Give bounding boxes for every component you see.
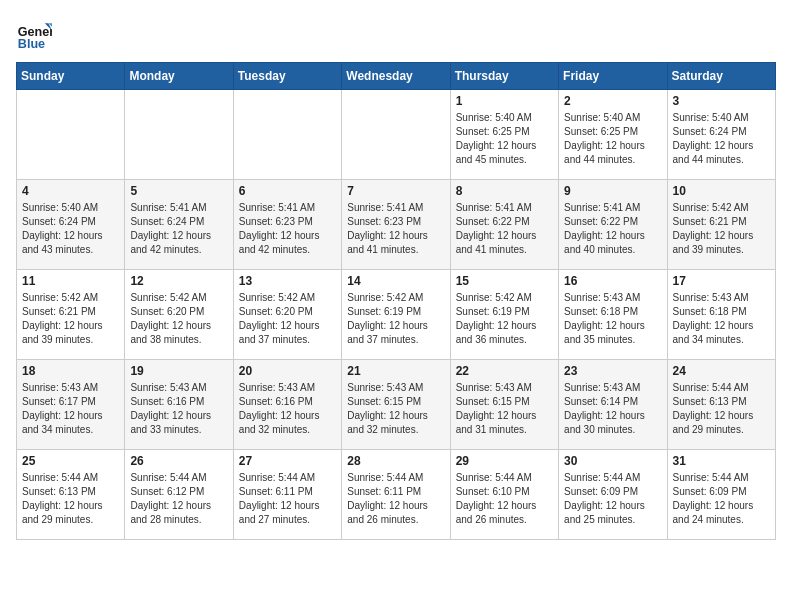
calendar-table: SundayMondayTuesdayWednesdayThursdayFrid… <box>16 62 776 540</box>
day-info: Sunrise: 5:42 AM Sunset: 6:21 PM Dayligh… <box>673 201 770 257</box>
day-number: 2 <box>564 94 661 108</box>
day-info: Sunrise: 5:43 AM Sunset: 6:15 PM Dayligh… <box>347 381 444 437</box>
day-cell: 23Sunrise: 5:43 AM Sunset: 6:14 PM Dayli… <box>559 360 667 450</box>
day-number: 30 <box>564 454 661 468</box>
week-row-2: 4Sunrise: 5:40 AM Sunset: 6:24 PM Daylig… <box>17 180 776 270</box>
day-cell: 18Sunrise: 5:43 AM Sunset: 6:17 PM Dayli… <box>17 360 125 450</box>
header-cell-tuesday: Tuesday <box>233 63 341 90</box>
day-cell: 24Sunrise: 5:44 AM Sunset: 6:13 PM Dayli… <box>667 360 775 450</box>
day-cell: 10Sunrise: 5:42 AM Sunset: 6:21 PM Dayli… <box>667 180 775 270</box>
day-number: 13 <box>239 274 336 288</box>
day-cell: 8Sunrise: 5:41 AM Sunset: 6:22 PM Daylig… <box>450 180 558 270</box>
header-cell-wednesday: Wednesday <box>342 63 450 90</box>
day-number: 31 <box>673 454 770 468</box>
svg-text:Blue: Blue <box>18 37 45 51</box>
logo: General Blue <box>16 16 52 52</box>
week-row-3: 11Sunrise: 5:42 AM Sunset: 6:21 PM Dayli… <box>17 270 776 360</box>
day-cell <box>342 90 450 180</box>
day-cell: 30Sunrise: 5:44 AM Sunset: 6:09 PM Dayli… <box>559 450 667 540</box>
day-number: 8 <box>456 184 553 198</box>
day-info: Sunrise: 5:42 AM Sunset: 6:20 PM Dayligh… <box>239 291 336 347</box>
day-info: Sunrise: 5:44 AM Sunset: 6:13 PM Dayligh… <box>22 471 119 527</box>
calendar-header: SundayMondayTuesdayWednesdayThursdayFrid… <box>17 63 776 90</box>
day-cell: 14Sunrise: 5:42 AM Sunset: 6:19 PM Dayli… <box>342 270 450 360</box>
day-cell: 27Sunrise: 5:44 AM Sunset: 6:11 PM Dayli… <box>233 450 341 540</box>
logo-icon: General Blue <box>16 16 52 52</box>
day-cell: 29Sunrise: 5:44 AM Sunset: 6:10 PM Dayli… <box>450 450 558 540</box>
header-cell-monday: Monday <box>125 63 233 90</box>
day-info: Sunrise: 5:42 AM Sunset: 6:20 PM Dayligh… <box>130 291 227 347</box>
day-info: Sunrise: 5:43 AM Sunset: 6:18 PM Dayligh… <box>564 291 661 347</box>
day-cell: 20Sunrise: 5:43 AM Sunset: 6:16 PM Dayli… <box>233 360 341 450</box>
day-cell: 21Sunrise: 5:43 AM Sunset: 6:15 PM Dayli… <box>342 360 450 450</box>
day-info: Sunrise: 5:44 AM Sunset: 6:12 PM Dayligh… <box>130 471 227 527</box>
day-number: 21 <box>347 364 444 378</box>
day-cell: 15Sunrise: 5:42 AM Sunset: 6:19 PM Dayli… <box>450 270 558 360</box>
day-number: 18 <box>22 364 119 378</box>
day-number: 3 <box>673 94 770 108</box>
day-number: 27 <box>239 454 336 468</box>
day-info: Sunrise: 5:43 AM Sunset: 6:18 PM Dayligh… <box>673 291 770 347</box>
day-number: 19 <box>130 364 227 378</box>
day-number: 17 <box>673 274 770 288</box>
day-info: Sunrise: 5:41 AM Sunset: 6:23 PM Dayligh… <box>239 201 336 257</box>
day-number: 29 <box>456 454 553 468</box>
day-number: 16 <box>564 274 661 288</box>
week-row-5: 25Sunrise: 5:44 AM Sunset: 6:13 PM Dayli… <box>17 450 776 540</box>
day-number: 7 <box>347 184 444 198</box>
day-info: Sunrise: 5:43 AM Sunset: 6:16 PM Dayligh… <box>239 381 336 437</box>
day-cell <box>17 90 125 180</box>
day-cell: 13Sunrise: 5:42 AM Sunset: 6:20 PM Dayli… <box>233 270 341 360</box>
day-cell: 31Sunrise: 5:44 AM Sunset: 6:09 PM Dayli… <box>667 450 775 540</box>
day-info: Sunrise: 5:41 AM Sunset: 6:23 PM Dayligh… <box>347 201 444 257</box>
day-info: Sunrise: 5:41 AM Sunset: 6:24 PM Dayligh… <box>130 201 227 257</box>
day-number: 9 <box>564 184 661 198</box>
day-info: Sunrise: 5:44 AM Sunset: 6:10 PM Dayligh… <box>456 471 553 527</box>
calendar-body: 1Sunrise: 5:40 AM Sunset: 6:25 PM Daylig… <box>17 90 776 540</box>
day-info: Sunrise: 5:44 AM Sunset: 6:11 PM Dayligh… <box>347 471 444 527</box>
day-number: 14 <box>347 274 444 288</box>
week-row-4: 18Sunrise: 5:43 AM Sunset: 6:17 PM Dayli… <box>17 360 776 450</box>
day-cell: 12Sunrise: 5:42 AM Sunset: 6:20 PM Dayli… <box>125 270 233 360</box>
day-info: Sunrise: 5:43 AM Sunset: 6:15 PM Dayligh… <box>456 381 553 437</box>
day-cell <box>125 90 233 180</box>
day-number: 23 <box>564 364 661 378</box>
day-info: Sunrise: 5:42 AM Sunset: 6:19 PM Dayligh… <box>456 291 553 347</box>
day-info: Sunrise: 5:40 AM Sunset: 6:25 PM Dayligh… <box>456 111 553 167</box>
day-cell: 1Sunrise: 5:40 AM Sunset: 6:25 PM Daylig… <box>450 90 558 180</box>
day-number: 25 <box>22 454 119 468</box>
day-cell: 25Sunrise: 5:44 AM Sunset: 6:13 PM Dayli… <box>17 450 125 540</box>
day-number: 28 <box>347 454 444 468</box>
week-row-1: 1Sunrise: 5:40 AM Sunset: 6:25 PM Daylig… <box>17 90 776 180</box>
day-cell: 3Sunrise: 5:40 AM Sunset: 6:24 PM Daylig… <box>667 90 775 180</box>
day-cell: 19Sunrise: 5:43 AM Sunset: 6:16 PM Dayli… <box>125 360 233 450</box>
day-cell: 11Sunrise: 5:42 AM Sunset: 6:21 PM Dayli… <box>17 270 125 360</box>
day-cell: 26Sunrise: 5:44 AM Sunset: 6:12 PM Dayli… <box>125 450 233 540</box>
day-cell: 2Sunrise: 5:40 AM Sunset: 6:25 PM Daylig… <box>559 90 667 180</box>
day-info: Sunrise: 5:43 AM Sunset: 6:16 PM Dayligh… <box>130 381 227 437</box>
page-header: General Blue <box>16 16 776 52</box>
day-number: 12 <box>130 274 227 288</box>
day-cell <box>233 90 341 180</box>
day-info: Sunrise: 5:42 AM Sunset: 6:19 PM Dayligh… <box>347 291 444 347</box>
day-cell: 5Sunrise: 5:41 AM Sunset: 6:24 PM Daylig… <box>125 180 233 270</box>
day-cell: 4Sunrise: 5:40 AM Sunset: 6:24 PM Daylig… <box>17 180 125 270</box>
day-info: Sunrise: 5:44 AM Sunset: 6:09 PM Dayligh… <box>673 471 770 527</box>
day-cell: 28Sunrise: 5:44 AM Sunset: 6:11 PM Dayli… <box>342 450 450 540</box>
day-number: 20 <box>239 364 336 378</box>
day-number: 6 <box>239 184 336 198</box>
day-info: Sunrise: 5:40 AM Sunset: 6:24 PM Dayligh… <box>22 201 119 257</box>
day-info: Sunrise: 5:44 AM Sunset: 6:09 PM Dayligh… <box>564 471 661 527</box>
day-cell: 6Sunrise: 5:41 AM Sunset: 6:23 PM Daylig… <box>233 180 341 270</box>
day-info: Sunrise: 5:40 AM Sunset: 6:24 PM Dayligh… <box>673 111 770 167</box>
header-cell-thursday: Thursday <box>450 63 558 90</box>
day-info: Sunrise: 5:40 AM Sunset: 6:25 PM Dayligh… <box>564 111 661 167</box>
day-number: 26 <box>130 454 227 468</box>
day-number: 1 <box>456 94 553 108</box>
day-number: 10 <box>673 184 770 198</box>
day-cell: 7Sunrise: 5:41 AM Sunset: 6:23 PM Daylig… <box>342 180 450 270</box>
day-info: Sunrise: 5:42 AM Sunset: 6:21 PM Dayligh… <box>22 291 119 347</box>
day-info: Sunrise: 5:41 AM Sunset: 6:22 PM Dayligh… <box>456 201 553 257</box>
header-cell-saturday: Saturday <box>667 63 775 90</box>
day-cell: 9Sunrise: 5:41 AM Sunset: 6:22 PM Daylig… <box>559 180 667 270</box>
